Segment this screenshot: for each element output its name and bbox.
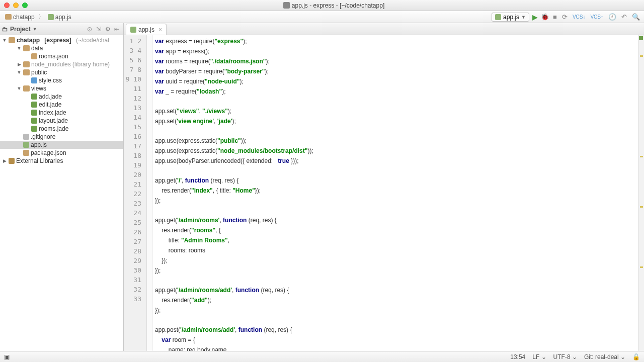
coverage-button[interactable]: ⟳: [561, 13, 569, 21]
tree-item[interactable]: ▼ data: [0, 44, 123, 52]
jade-icon: [31, 126, 37, 132]
project-tree[interactable]: ▼ chatapp [express] (~/code/chat ▼ data …: [0, 35, 123, 351]
tab-app-js[interactable]: app.js ×: [126, 24, 167, 35]
overview-ruler[interactable]: [638, 35, 644, 351]
warning-marker[interactable]: [640, 206, 643, 208]
tree-item[interactable]: app.js: [0, 141, 123, 149]
tree-item-label: .gitignore: [31, 133, 55, 140]
jade-icon: [31, 110, 37, 116]
breadcrumb-project[interactable]: chatapp: [13, 14, 35, 21]
close-window-icon[interactable]: [4, 3, 10, 8]
chevron-down-icon[interactable]: ▼: [33, 27, 37, 32]
stop-button[interactable]: ■: [552, 13, 558, 21]
chevron-right-icon[interactable]: ▶: [2, 158, 7, 163]
tree-root-tag: [express]: [44, 37, 71, 44]
breadcrumb-file[interactable]: app.js: [55, 14, 71, 21]
js-icon: [23, 142, 29, 148]
run-toolbar: app.js ▼ ▶ 🐞 ■ ⟳ VCS↓ VCS↑ 🕘 ↶ 🔍: [492, 13, 641, 22]
tree-item-label: public: [31, 69, 47, 76]
editor-tabs: app.js ×: [124, 23, 644, 35]
readonly-lock-icon[interactable]: 🔓: [632, 353, 640, 360]
tree-item[interactable]: rooms.jade: [0, 125, 123, 133]
line-number-gutter[interactable]: 1 2 3 4 5 6 7 8 9 10 11 12 13 14 15 16 1…: [124, 35, 147, 351]
window-controls[interactable]: [4, 3, 28, 8]
folder-icon: [5, 14, 12, 20]
chevron-down-icon[interactable]: ▼: [17, 46, 22, 51]
code-editor[interactable]: 1 2 3 4 5 6 7 8 9 10 11 12 13 14 15 16 1…: [124, 35, 644, 351]
vcs-commit-button[interactable]: VCS↑: [589, 14, 604, 20]
cursor-position[interactable]: 13:54: [510, 353, 525, 360]
zoom-window-icon[interactable]: [22, 3, 28, 8]
tree-item-label: app.js: [31, 141, 47, 148]
debug-button[interactable]: 🐞: [541, 13, 549, 21]
tree-item[interactable]: .gitignore: [0, 133, 123, 141]
revert-button[interactable]: ↶: [620, 13, 628, 21]
tree-root-path: (~/code/chat: [76, 37, 109, 44]
tree-item[interactable]: add.jade: [0, 93, 123, 101]
txt-icon: [23, 134, 29, 140]
vcs-history-button[interactable]: 🕘: [607, 13, 617, 21]
window-titlebar: app.js - express - [~/code/chatapp]: [0, 0, 644, 11]
status-bar: ▣ 13:54 LF ⌄ UTF-8 ⌄ Git: real-deal ⌄ 🔓: [0, 351, 644, 362]
external-libraries-label: External Libraries: [16, 157, 63, 164]
navigation-bar: chatapp 〉 app.js app.js ▼ ▶ 🐞 ■ ⟳ VCS↓ V…: [0, 11, 644, 23]
fold-gutter[interactable]: [147, 35, 153, 351]
hide-panel-icon[interactable]: ⇤: [114, 26, 121, 33]
line-separator[interactable]: LF ⌄: [532, 353, 546, 360]
tree-item-label: node_modules (library home): [31, 61, 110, 68]
jade-icon: [31, 118, 37, 124]
tree-item-label: package.json: [31, 149, 66, 156]
js-file-icon: [130, 27, 136, 33]
warning-marker[interactable]: [640, 156, 643, 157]
file-type-icon: [283, 2, 290, 9]
tree-item-label: rooms.json: [39, 53, 68, 60]
project-icon: 🗀: [2, 26, 8, 33]
tree-item[interactable]: layout.jade: [0, 117, 123, 125]
inspection-status-icon[interactable]: [639, 36, 643, 40]
run-button[interactable]: ▶: [532, 13, 538, 21]
chevron-right-icon: 〉: [38, 13, 44, 21]
tree-item[interactable]: index.jade: [0, 109, 123, 117]
tree-item-label: index.jade: [39, 109, 66, 116]
tree-root[interactable]: ▼ chatapp [express] (~/code/chat: [0, 36, 123, 44]
library-icon: [9, 158, 15, 164]
close-tab-icon[interactable]: ×: [158, 26, 162, 33]
chevron-down-icon[interactable]: ▼: [17, 86, 22, 91]
breadcrumb[interactable]: chatapp 〉 app.js: [3, 13, 73, 22]
code-area[interactable]: var express = require("express"); var ap…: [153, 35, 638, 351]
tree-item[interactable]: rooms.json: [0, 52, 123, 60]
tree-item[interactable]: ▼ public: [0, 68, 123, 76]
folder-icon: [23, 61, 30, 67]
tool-windows-button[interactable]: ▣: [4, 353, 10, 360]
tab-label: app.js: [138, 26, 154, 33]
vcs-update-button[interactable]: VCS↓: [572, 14, 587, 20]
tree-item[interactable]: package.json: [0, 149, 123, 157]
tree-item-label: add.jade: [39, 93, 62, 100]
chevron-right-icon[interactable]: ▶: [17, 62, 22, 67]
folder-icon: [9, 37, 15, 43]
gear-icon[interactable]: ⚙: [105, 26, 112, 33]
tree-item-label: data: [31, 45, 43, 52]
tree-item[interactable]: ▶ node_modules (library home): [0, 60, 123, 68]
project-panel-title[interactable]: Project: [10, 26, 31, 33]
chevron-down-icon: ▼: [521, 15, 526, 20]
run-config-dropdown[interactable]: app.js ▼: [492, 13, 529, 22]
file-encoding[interactable]: UTF-8 ⌄: [553, 353, 577, 360]
tree-item-label: style.css: [39, 77, 62, 84]
jade-icon: [31, 94, 37, 100]
warning-marker[interactable]: [640, 266, 643, 268]
external-libraries[interactable]: ▶ External Libraries: [0, 157, 123, 165]
minimize-window-icon[interactable]: [13, 3, 19, 8]
search-button[interactable]: 🔍: [631, 13, 641, 21]
tree-item[interactable]: ▼ views: [0, 84, 123, 93]
chevron-down-icon[interactable]: ▼: [17, 70, 22, 75]
window-title: app.js - express - [~/code/chatapp]: [292, 2, 384, 9]
tree-item[interactable]: edit.jade: [0, 101, 123, 109]
collapse-all-icon[interactable]: ⇲: [96, 26, 103, 33]
chevron-down-icon[interactable]: ▼: [2, 38, 7, 43]
folder-icon: [23, 45, 30, 51]
warning-marker[interactable]: [640, 55, 643, 57]
git-branch[interactable]: Git: real-deal ⌄: [584, 353, 625, 360]
scroll-from-source-icon[interactable]: ⊙: [87, 26, 94, 33]
tree-item[interactable]: style.css: [0, 76, 123, 84]
